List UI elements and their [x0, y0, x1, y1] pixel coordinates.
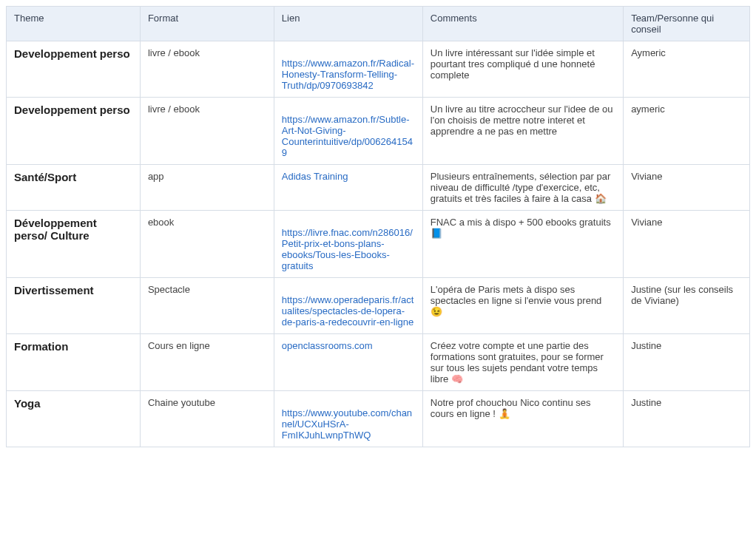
link-cell: https://livre.fnac.com/n286016/Petit-pri… — [274, 211, 422, 278]
comments-cell: Créez votre compte et une partie des for… — [422, 334, 623, 391]
team-cell: Justine — [624, 334, 750, 391]
format-cell: Chaine youtube — [140, 391, 274, 447]
table-header-row: Theme Format Lien Comments Team/Personne… — [7, 7, 750, 41]
comments-cell: Plusieurs entraînements, sélection par p… — [422, 165, 623, 211]
resource-link[interactable]: https://www.operadeparis.fr/actualites/s… — [282, 294, 414, 328]
link-cell: https://www.operadeparis.fr/actualites/s… — [274, 278, 422, 334]
theme-cell: Santé/Sport — [7, 165, 141, 211]
resource-link[interactable]: https://www.amazon.fr/Subtle-Art-Not-Giv… — [282, 114, 413, 158]
theme-cell: Developpement perso — [7, 98, 141, 165]
format-cell: Cours en ligne — [140, 334, 274, 391]
table-row: Formation Cours en ligne openclassrooms.… — [7, 334, 750, 391]
link-cell: https://www.amazon.fr/Radical-Honesty-Tr… — [274, 41, 422, 98]
link-cell: https://www.youtube.com/channel/UCXuHSrA… — [274, 391, 422, 447]
format-cell: app — [140, 165, 274, 211]
header-comments: Comments — [422, 7, 623, 41]
format-cell: ebook — [140, 211, 274, 278]
theme-cell: Formation — [7, 334, 141, 391]
comments-cell: Un livre au titre acroccheur sur l'idee … — [422, 98, 623, 165]
theme-cell: Développement perso/ Culture — [7, 211, 141, 278]
header-format: Format — [140, 7, 274, 41]
team-cell: Justine (sur les conseils de Viviane) — [624, 278, 750, 334]
resource-link[interactable]: https://www.amazon.fr/Radical-Honesty-Tr… — [282, 58, 414, 91]
table-row: Divertissement Spectacle https://www.ope… — [7, 278, 750, 334]
theme-cell: Developpement perso — [7, 41, 141, 98]
theme-cell: Divertissement — [7, 278, 141, 334]
team-cell: Aymeric — [624, 41, 750, 98]
comments-cell: L'opéra de Paris mets à dispo ses specta… — [422, 278, 623, 334]
team-cell: aymeric — [624, 98, 750, 165]
table-row: Yoga Chaine youtube https://www.youtube.… — [7, 391, 750, 447]
comments-cell: Un livre intéressant sur l'idée simple e… — [422, 41, 623, 98]
table-row: Santé/Sport app Adidas Training Plusieur… — [7, 165, 750, 211]
team-cell: Viviane — [624, 165, 750, 211]
table-row: Developpement perso livre / ebook https:… — [7, 41, 750, 98]
resources-table: Theme Format Lien Comments Team/Personne… — [6, 6, 750, 447]
link-cell: https://www.amazon.fr/Subtle-Art-Not-Giv… — [274, 98, 422, 165]
team-cell: Justine — [624, 391, 750, 447]
header-team: Team/Personne qui conseil — [624, 7, 750, 41]
resource-link[interactable]: https://livre.fnac.com/n286016/Petit-pri… — [282, 227, 413, 271]
theme-cell: Yoga — [7, 391, 141, 447]
format-cell: livre / ebook — [140, 41, 274, 98]
comments-cell: FNAC a mis à dispo + 500 ebooks gratuits… — [422, 211, 623, 278]
resource-link[interactable]: openclassrooms.com — [282, 340, 373, 351]
format-cell: livre / ebook — [140, 98, 274, 165]
resource-link[interactable]: https://www.youtube.com/channel/UCXuHSrA… — [282, 407, 412, 441]
comments-cell: Notre prof chouchou Nico continu ses cou… — [422, 391, 623, 447]
link-cell: openclassrooms.com — [274, 334, 422, 391]
table-row: Développement perso/ Culture ebook https… — [7, 211, 750, 278]
format-cell: Spectacle — [140, 278, 274, 334]
header-lien: Lien — [274, 7, 422, 41]
header-theme: Theme — [7, 7, 141, 41]
table-row: Developpement perso livre / ebook https:… — [7, 98, 750, 165]
link-cell: Adidas Training — [274, 165, 422, 211]
team-cell: Viviane — [624, 211, 750, 278]
